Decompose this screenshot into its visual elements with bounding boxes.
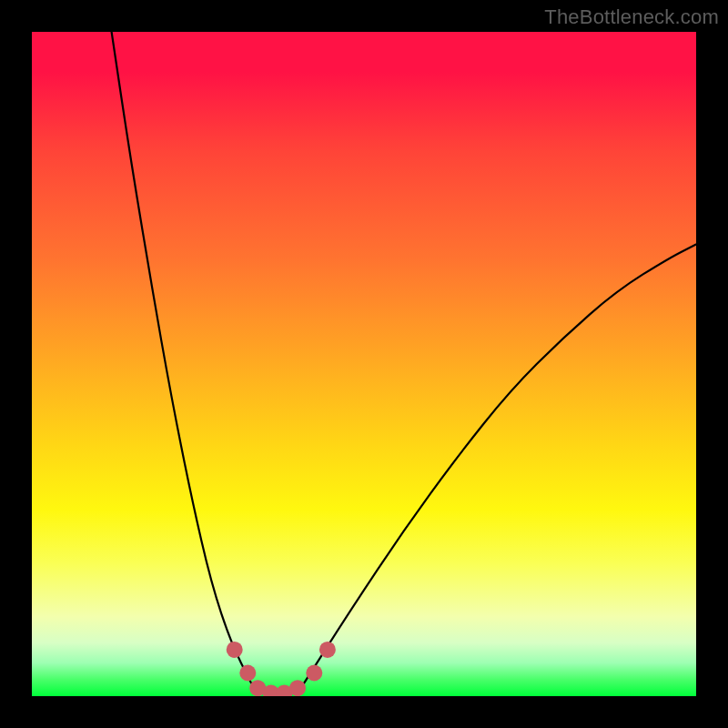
chart-stage: TheBottleneck.com — [0, 0, 728, 728]
valley-marker — [319, 642, 336, 658]
valley-marker — [306, 665, 322, 682]
valley-marker-group — [227, 642, 336, 696]
watermark-text: TheBottleneck.com — [544, 5, 719, 29]
curve-svg — [32, 32, 696, 696]
plot-area — [32, 32, 696, 696]
valley-marker — [239, 665, 256, 682]
bottleneck-curve — [112, 32, 696, 695]
valley-marker — [289, 680, 306, 696]
valley-marker — [227, 642, 243, 658]
